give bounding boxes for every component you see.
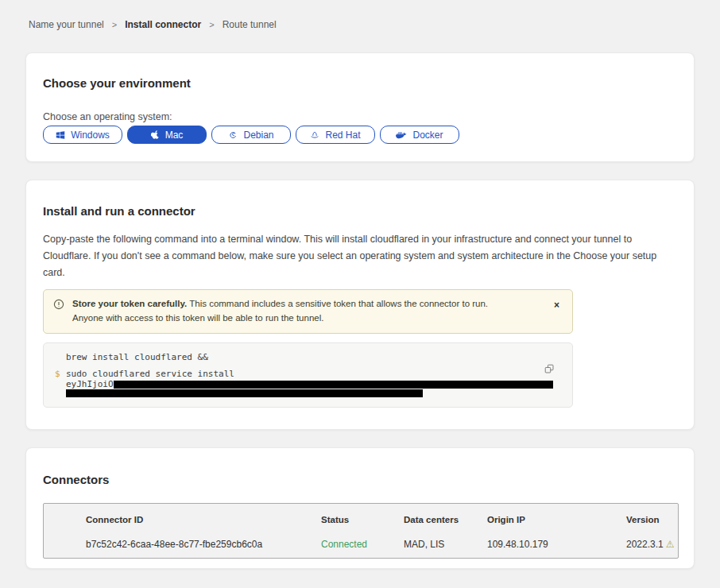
col-header-connector-id: Connector ID <box>86 515 321 540</box>
warning-triangle-icon: ⚠ <box>666 539 675 550</box>
token-warning-banner: Store your token carefully. This command… <box>43 289 573 334</box>
install-description: Copy-paste the following command into a … <box>43 231 675 281</box>
info-circle-icon <box>53 299 64 315</box>
choose-environment-card: Choose your environment Choose an operat… <box>25 52 695 162</box>
breadcrumb-step-install-connector[interactable]: Install connector <box>125 19 201 30</box>
cell-origin-ip: 109.48.10.179 <box>487 539 626 558</box>
shell-prompt: $ <box>55 369 66 397</box>
col-header-status: Status <box>321 515 404 540</box>
version-value: 2022.3.1 <box>626 539 664 550</box>
os-button-label: Windows <box>71 130 110 141</box>
docker-icon <box>396 130 407 139</box>
code-command-lines: sudo cloudflared service install eyJhIjo… <box>66 369 553 397</box>
tunnel-setup-page: Name your tunnel > Install connector > R… <box>0 0 720 588</box>
breadcrumb-separator: > <box>209 20 214 29</box>
install-card-title: Install and run a connector <box>43 204 677 219</box>
copy-icon[interactable] <box>543 362 556 378</box>
code-line-sudo: sudo cloudflared service install <box>66 369 553 379</box>
token-prefix: eyJhIjoiO <box>66 379 114 389</box>
close-icon[interactable]: × <box>552 297 561 313</box>
col-header-data-centers: Data centers <box>404 515 487 540</box>
os-button-label: Red Hat <box>325 130 360 141</box>
cell-status: Connected <box>321 539 404 558</box>
code-command-row: $ sudo cloudflared service install eyJhI… <box>55 369 559 397</box>
os-button-group: Windows Mac Debian Red Hat <box>43 126 677 144</box>
banner-text: Store your token carefully. This command… <box>72 297 517 326</box>
connectors-card-title: Connectors <box>43 473 677 487</box>
os-button-label: Docker <box>412 130 443 141</box>
install-command-codeblock: brew install cloudflared && $ sudo cloud… <box>43 342 573 408</box>
environment-card-title: Choose your environment <box>43 76 677 91</box>
col-header-origin-ip: Origin IP <box>487 515 626 540</box>
breadcrumb: Name your tunnel > Install connector > R… <box>0 0 720 30</box>
redacted-token-bar <box>114 381 553 389</box>
cell-connector-id: b7c52c42-6caa-48ee-8c77-fbe259cb6c0a <box>86 539 321 558</box>
redhat-icon <box>310 130 319 140</box>
os-button-mac[interactable]: Mac <box>127 126 207 144</box>
connectors-card: Connectors Connector ID Status Data cent… <box>25 447 695 569</box>
os-button-windows[interactable]: Windows <box>43 126 122 144</box>
install-connector-card: Install and run a connector Copy-paste t… <box>25 180 695 430</box>
windows-icon <box>56 130 65 140</box>
connectors-table: Connector ID Status Data centers Origin … <box>43 503 679 559</box>
col-header-version: Version <box>626 515 674 540</box>
banner-title: Store your token carefully. <box>72 299 187 308</box>
os-button-redhat[interactable]: Red Hat <box>296 126 375 144</box>
code-line-brew: brew install cloudflared && <box>66 353 559 362</box>
token-line: eyJhIjoiO <box>66 380 553 389</box>
cell-data-centers: MAD, LIS <box>404 539 487 558</box>
apple-icon <box>151 130 160 140</box>
os-button-docker[interactable]: Docker <box>380 126 459 144</box>
cell-version: 2022.3.1⚠ <box>626 539 674 558</box>
breadcrumb-separator: > <box>112 20 117 29</box>
redacted-token-bar-2 <box>66 389 423 397</box>
os-select-label: Choose an operating system: <box>43 111 677 123</box>
debian-icon <box>228 130 238 140</box>
breadcrumb-step-route-tunnel[interactable]: Route tunnel <box>223 19 277 30</box>
os-button-debian[interactable]: Debian <box>211 126 291 144</box>
os-button-label: Debian <box>243 130 273 141</box>
breadcrumb-step-name-your-tunnel[interactable]: Name your tunnel <box>29 19 104 30</box>
os-button-label: Mac <box>165 130 184 141</box>
